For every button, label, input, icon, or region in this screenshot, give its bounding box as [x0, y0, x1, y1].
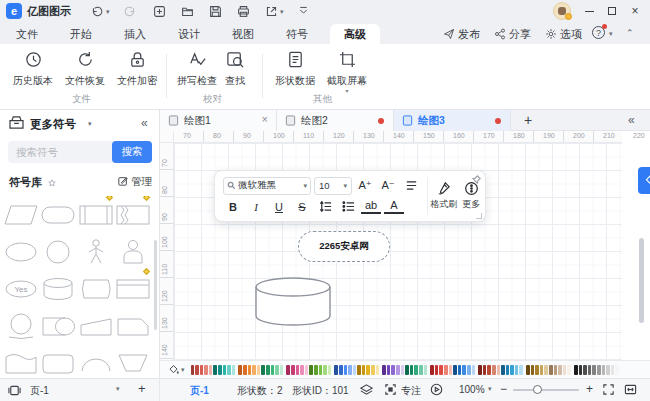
doc-tab-1[interactable]: 绘图1 × — [160, 110, 277, 131]
shape-cut-corner-rect[interactable] — [115, 307, 153, 344]
quick-access-customize-icon[interactable] — [294, 3, 312, 19]
color-swatch[interactable] — [462, 365, 466, 375]
sidebar-collapse-button[interactable]: « — [141, 116, 148, 130]
zoom-out-button[interactable]: − — [500, 382, 507, 396]
spell-check-button[interactable]: 拼写检查 — [172, 50, 222, 96]
color-swatch[interactable] — [391, 365, 395, 375]
color-swatch[interactable] — [444, 365, 448, 375]
color-swatch[interactable] — [483, 365, 487, 375]
share-button[interactable]: 分享 — [494, 25, 531, 43]
color-swatch[interactable] — [261, 365, 265, 375]
color-swatch[interactable] — [257, 365, 261, 375]
font-family-select[interactable]: 微软雅黑 ▾ — [223, 177, 311, 195]
color-swatch[interactable] — [449, 365, 453, 375]
shape-round-right-rect[interactable] — [40, 307, 78, 344]
menu-tab-home[interactable]: 开始 — [70, 24, 92, 44]
undo-caret-icon[interactable]: ▾ — [106, 8, 110, 16]
shape-data-button[interactable]: 形状数据 — [270, 50, 320, 96]
color-swatch[interactable] — [305, 365, 309, 375]
screen-capture-button[interactable]: 截取屏幕 ▾ — [322, 50, 372, 96]
color-swatch[interactable] — [549, 365, 553, 375]
color-swatch[interactable] — [362, 365, 366, 375]
shape-arc[interactable] — [77, 344, 115, 378]
color-swatch[interactable] — [519, 365, 523, 375]
shape-inverted-trapezoid[interactable] — [115, 344, 153, 378]
bullet-list-button[interactable] — [338, 197, 358, 216]
color-swatch[interactable] — [597, 365, 601, 375]
color-swatch[interactable] — [487, 365, 491, 375]
align-button[interactable] — [401, 176, 421, 195]
color-swatch[interactable] — [252, 365, 256, 375]
color-swatch[interactable] — [510, 365, 514, 375]
minimize-button[interactable] — [578, 0, 600, 22]
color-swatch[interactable] — [200, 365, 204, 375]
color-swatch[interactable] — [371, 365, 375, 375]
color-swatch[interactable] — [266, 365, 270, 375]
shape-yes-oval[interactable]: Yes — [2, 270, 40, 307]
increase-font-button[interactable]: A⁺ — [355, 176, 375, 195]
color-swatch[interactable] — [209, 365, 213, 375]
focus-mode-label[interactable]: 专注 — [401, 384, 421, 398]
color-swatch[interactable] — [554, 365, 558, 375]
export-button[interactable] — [262, 3, 280, 19]
shape-circle[interactable] — [40, 233, 78, 270]
color-swatch[interactable] — [606, 365, 610, 375]
color-swatch[interactable] — [248, 365, 252, 375]
color-swatch[interactable] — [453, 365, 457, 375]
color-swatch[interactable] — [535, 365, 539, 375]
shape-predefined-process[interactable] — [77, 196, 115, 233]
color-swatch[interactable] — [328, 365, 332, 375]
italic-button[interactable]: I — [246, 197, 266, 216]
export-caret-icon[interactable]: ▾ — [280, 8, 284, 16]
shape-person-silhouette[interactable] — [115, 233, 153, 270]
color-swatch[interactable] — [396, 365, 400, 375]
vertical-scrollbar[interactable] — [639, 238, 644, 323]
add-page-button[interactable]: + — [138, 381, 146, 396]
page-tab-active[interactable]: 页-1 — [190, 384, 209, 398]
publish-button[interactable]: 发布 — [443, 25, 480, 43]
symbol-search-input[interactable] — [16, 141, 111, 163]
fit-to-window-button[interactable] — [624, 383, 637, 398]
color-swatch[interactable] — [243, 365, 247, 375]
save-button[interactable] — [206, 3, 224, 19]
color-swatch[interactable] — [334, 365, 338, 375]
menu-tab-design[interactable]: 设计 — [178, 24, 200, 44]
color-swatch[interactable] — [615, 365, 619, 375]
color-swatch[interactable] — [300, 365, 304, 375]
color-swatch[interactable] — [309, 365, 313, 375]
shape-slant-top-rect[interactable] — [77, 307, 115, 344]
color-swatch[interactable] — [558, 365, 562, 375]
new-document-tab-button[interactable]: + — [518, 111, 538, 130]
highlight-button[interactable]: ab — [361, 199, 381, 214]
sidebar-scrollbar[interactable] — [154, 240, 157, 330]
color-swatch[interactable] — [531, 365, 535, 375]
layers-button[interactable] — [360, 383, 373, 398]
color-swatch[interactable] — [544, 365, 548, 375]
color-swatch[interactable] — [357, 365, 361, 375]
color-swatch[interactable] — [323, 365, 327, 375]
file-encrypt-button[interactable]: 文件加密 — [112, 50, 162, 96]
color-swatch[interactable] — [280, 365, 284, 375]
color-swatch[interactable] — [339, 365, 343, 375]
color-swatch[interactable] — [583, 365, 587, 375]
color-swatch[interactable] — [223, 365, 227, 375]
shape-rounded-rect[interactable] — [40, 344, 78, 378]
color-swatch[interactable] — [344, 365, 348, 375]
color-swatch[interactable] — [227, 365, 231, 375]
color-swatch[interactable] — [348, 365, 352, 375]
color-swatch[interactable] — [492, 365, 496, 375]
toolbar-resize-handle[interactable] — [476, 213, 482, 219]
shape-card-curved[interactable] — [77, 270, 115, 307]
color-swatch[interactable] — [602, 365, 606, 375]
color-swatch[interactable] — [376, 365, 380, 375]
color-swatch[interactable] — [592, 365, 596, 375]
shape-stored-data[interactable] — [115, 196, 153, 233]
color-swatch[interactable] — [588, 365, 592, 375]
drawing-canvas[interactable]: 微软雅黑 ▾ 10 ▾ A⁺ A⁻ B — [174, 143, 622, 360]
menu-tab-advanced[interactable]: 高级 — [330, 24, 380, 44]
color-swatch[interactable] — [410, 365, 414, 375]
zoom-slider-knob[interactable] — [533, 385, 542, 394]
new-file-button[interactable] — [150, 3, 168, 19]
color-swatch[interactable] — [467, 365, 471, 375]
color-swatch[interactable] — [405, 365, 409, 375]
